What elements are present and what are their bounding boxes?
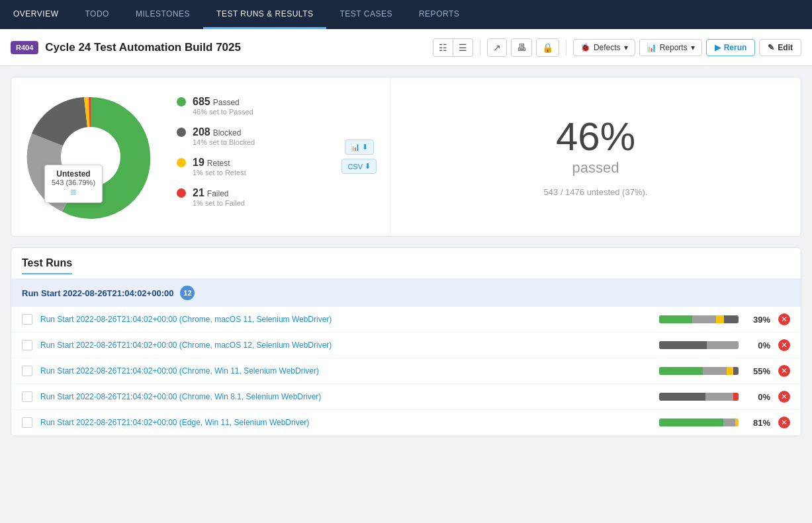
- run-percent: 81%: [746, 418, 770, 428]
- passed-dot: [177, 97, 186, 106]
- failed-dot: [177, 188, 186, 198]
- pb-darkgray: [724, 315, 739, 323]
- row-checkbox[interactable]: [22, 391, 32, 402]
- legend-passed: 685Passed 46% set to Passed: [177, 96, 322, 116]
- export-buttons: 📊 ⬇ CSV ⬇: [341, 140, 377, 174]
- legend-blocked: 208Blocked 14% set to Blocked: [177, 126, 322, 146]
- run-percent: 0%: [746, 341, 770, 350]
- run-percent: 0%: [746, 392, 770, 402]
- pb-darkgray: [659, 393, 705, 401]
- defects-label: Defects: [594, 43, 621, 52]
- pb-yellow: [727, 367, 733, 375]
- blocked-dot: [177, 128, 186, 137]
- pb-green: [659, 419, 723, 426]
- pb-darkgray: [733, 367, 739, 375]
- defects-btn[interactable]: 🐞 Defects ▾: [573, 39, 635, 56]
- legend-retest-text: 19Retest 1% set to Retest: [193, 157, 246, 177]
- test-runs-section: Test Runs Run Start 2022-08-26T21:04:02+…: [11, 247, 801, 436]
- run-link[interactable]: Run Start 2022-08-26T21:04:02+00:00 (Chr…: [40, 315, 651, 324]
- pb-green: [659, 315, 692, 323]
- defects-icon: 🐞: [580, 43, 590, 52]
- stats-panel: Untested 543 (36.79%) ≡ 685Passed 46% se…: [11, 77, 801, 237]
- nav-milestones[interactable]: MILESTONES: [122, 0, 203, 29]
- test-runs-title: Test Runs: [22, 257, 72, 274]
- passed-label: Passed: [213, 98, 240, 107]
- run-link[interactable]: Run Start 2022-08-26T21:04:02+00:00 (Chr…: [40, 392, 651, 401]
- nav-todo[interactable]: TODO: [71, 0, 122, 29]
- delete-btn[interactable]: ✕: [778, 391, 790, 403]
- edit-label: Edit: [778, 43, 793, 52]
- run-link[interactable]: Run Start 2022-08-26T21:04:02+00:00 (Chr…: [40, 341, 651, 350]
- row-checkbox[interactable]: [22, 340, 32, 350]
- passed-count: 685: [193, 96, 210, 107]
- table-row: Run Start 2022-08-26T21:04:02+00:00 (Chr…: [11, 307, 801, 333]
- tooltip-title: Untested: [52, 169, 95, 179]
- row-checkbox[interactable]: [22, 366, 32, 376]
- reports-chevron-icon: ▾: [691, 43, 695, 52]
- header-actions: ☷ ☰ ↗ 🖶 🔒 🐞 Defects ▾ 📊 Reports ▾ ▶ Reru…: [433, 38, 801, 57]
- nav-overview[interactable]: OVERVIEW: [0, 0, 71, 29]
- progress-bar: [659, 419, 739, 426]
- nav-test-runs[interactable]: TEST RUNS & RESULTS: [203, 0, 326, 29]
- legend-retest: 19Retest 1% set to Retest: [177, 157, 322, 177]
- stats-left: Untested 543 (36.79%) ≡ 685Passed 46% se…: [11, 77, 390, 236]
- progress-bar: [659, 341, 739, 349]
- share-btn[interactable]: ↗: [487, 38, 507, 57]
- failed-label: Failed: [207, 189, 229, 198]
- run-group-badge: 12: [180, 286, 195, 300]
- run-link[interactable]: Run Start 2022-08-26T21:04:02+00:00 (Chr…: [40, 366, 651, 376]
- grid-view-btn[interactable]: ☷: [433, 39, 453, 56]
- chart-tooltip: Untested 543 (36.79%) ≡: [44, 165, 103, 203]
- print-btn[interactable]: 🖶: [511, 38, 532, 57]
- rerun-btn[interactable]: ▶ Rerun: [706, 39, 756, 56]
- table-row: Run Start 2022-08-26T21:04:02+00:00 (Chr…: [11, 333, 801, 358]
- chart-dl-icon: ⬇: [362, 143, 368, 151]
- rerun-label: Rerun: [724, 43, 747, 52]
- divider: [480, 40, 480, 56]
- legend-failed: 21Failed 1% set to Failed: [177, 187, 322, 207]
- delete-btn[interactable]: ✕: [778, 339, 790, 351]
- failed-count: 21: [193, 187, 204, 198]
- progress-bar: [659, 393, 739, 401]
- retest-label: Retest: [207, 159, 230, 168]
- tooltip-icon: ≡: [52, 186, 95, 198]
- table-row: Run Start 2022-08-26T21:04:02+00:00 (Chr…: [11, 358, 801, 384]
- run-link[interactable]: Run Start 2022-08-26T21:04:02+00:00 (Edg…: [40, 418, 651, 427]
- edit-icon: ✎: [768, 43, 774, 52]
- list-view-btn[interactable]: ☰: [453, 39, 473, 56]
- chart-export-btn[interactable]: 📊 ⬇: [345, 140, 374, 155]
- chart-icon: 📊: [351, 143, 360, 151]
- delete-btn[interactable]: ✕: [778, 313, 790, 325]
- table-row: Run Start 2022-08-26T21:04:02+00:00 (Edg…: [11, 410, 801, 436]
- pb-green: [659, 367, 703, 375]
- run-percent: 55%: [746, 366, 770, 376]
- tooltip-value: 543 (36.79%): [52, 179, 95, 186]
- header-bar: R404 Cycle 24 Test Automation Build 7025…: [0, 29, 812, 66]
- pb-red: [733, 393, 739, 401]
- delete-btn[interactable]: ✕: [778, 417, 790, 428]
- retest-dot: [177, 158, 186, 167]
- retest-pct: 1% set to Retest: [193, 169, 246, 177]
- edit-btn[interactable]: ✎ Edit: [759, 39, 801, 56]
- row-checkbox[interactable]: [22, 314, 32, 325]
- legend-area: 685Passed 46% set to Passed 208Blocked 1…: [177, 96, 322, 218]
- nav-test-cases[interactable]: TEST CASES: [326, 0, 405, 29]
- legend-passed-text: 685Passed 46% set to Passed: [193, 96, 253, 116]
- pie-chart-svg: [24, 91, 157, 223]
- big-percent: 46%: [556, 117, 635, 157]
- csv-export-btn[interactable]: CSV ⬇: [341, 159, 377, 174]
- nav-reports[interactable]: REPORTS: [406, 0, 473, 29]
- run-badge: R404: [11, 41, 38, 54]
- rerun-icon: ▶: [715, 43, 721, 52]
- untested-info: 543 / 1476 untested (37%).: [544, 187, 648, 197]
- run-group-header: Run Start 2022-08-26T21:04:02+00:00 12: [11, 279, 801, 307]
- reports-btn[interactable]: 📊 Reports ▾: [639, 39, 702, 56]
- pb-gray: [692, 315, 716, 323]
- lock-btn[interactable]: 🔒: [536, 38, 559, 57]
- stats-right: 46% passed 543 / 1476 untested (37%).: [390, 77, 801, 236]
- test-runs-header: Test Runs: [11, 248, 801, 279]
- csv-dl-icon: ⬇: [365, 162, 371, 171]
- pb-yellow: [735, 419, 739, 426]
- delete-btn[interactable]: ✕: [778, 365, 790, 377]
- row-checkbox[interactable]: [22, 417, 32, 428]
